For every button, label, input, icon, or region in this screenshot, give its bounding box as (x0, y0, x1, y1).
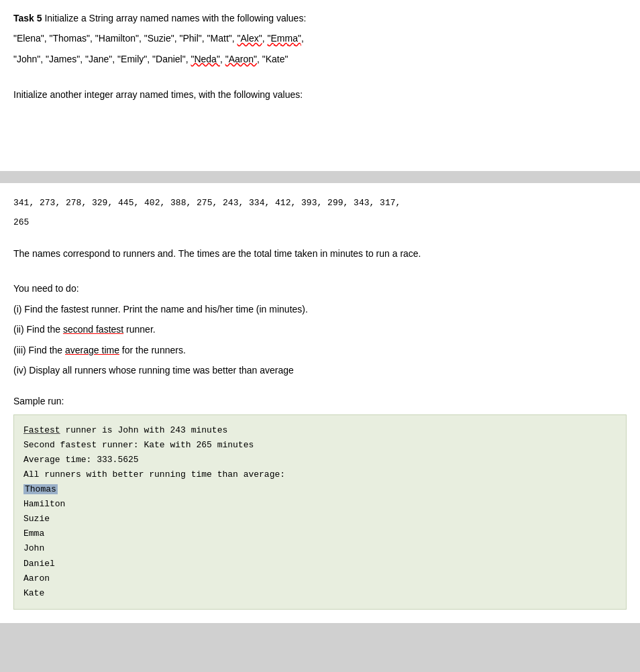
runner-kate: Kate (23, 586, 617, 601)
task-label: Task 5 (13, 13, 42, 23)
thomas-highlight: Thomas (23, 484, 58, 494)
todo-i: (i) Find the fastest runner. Print the n… (13, 302, 627, 317)
name-aaron: "Aaron" (225, 54, 257, 64)
times-line2: 265 (13, 216, 627, 230)
todo-iii: (iii) Find the average time for the runn… (13, 343, 627, 357)
runner-hamilton: Hamilton (23, 497, 617, 512)
times-values: 341, 273, 278, 329, 445, 402, 388, 275, … (13, 197, 627, 230)
output-line4: All runners with better running time tha… (23, 467, 617, 482)
init-times-line: Initialize another integer array named t… (13, 87, 627, 102)
task-description: Task 5 Initialize a String array named n… (13, 11, 627, 102)
sample-output-box: Fastest runner is John with 243 minutes … (13, 414, 627, 610)
runner-suzie: Suzie (23, 512, 617, 526)
task-intro: Initialize a String array named names wi… (42, 13, 307, 23)
page-container: Task 5 Initialize a String array named n… (0, 0, 640, 623)
bottom-section: 341, 273, 278, 329, 445, 402, 388, 275, … (0, 183, 640, 623)
runner-emma: Emma (23, 526, 617, 541)
todo-iv: (iv) Display all runners whose running t… (13, 363, 627, 378)
sample-run-text: Sample run: (13, 394, 627, 408)
average-time-underline: average time (65, 345, 119, 355)
times-line1: 341, 273, 278, 329, 445, 402, 388, 275, … (13, 197, 627, 211)
fastest-word: Fastest (23, 425, 60, 435)
runner-john: John (23, 541, 617, 556)
runner-thomas: Thomas (23, 482, 617, 497)
description-text: The names correspond to runners and. The… (13, 246, 627, 378)
output-line1: Fastest runner is John with 243 minutes (23, 423, 617, 438)
output-line3: Average time: 333.5625 (23, 453, 617, 467)
todo-header: You need to do: (13, 281, 627, 296)
output-line2: Second fastest runner: Kate with 265 min… (23, 438, 617, 453)
second-fastest-underline: second fastest (63, 324, 123, 335)
runner-aaron: Aaron (23, 571, 617, 586)
name-neda: "Neda" (191, 54, 219, 64)
sample-run-label: Sample run: (13, 394, 627, 408)
top-section: Task 5 Initialize a String array named n… (0, 0, 640, 171)
name-alex: "Alex" (237, 33, 262, 44)
runner-daniel: Daniel (23, 557, 617, 571)
runners-desc: The names correspond to runners and. The… (13, 246, 627, 261)
todo-ii: (ii) Find the second fastest runner. (13, 322, 627, 337)
name-emma: "Emma" (268, 33, 301, 44)
section-divider (0, 171, 640, 183)
